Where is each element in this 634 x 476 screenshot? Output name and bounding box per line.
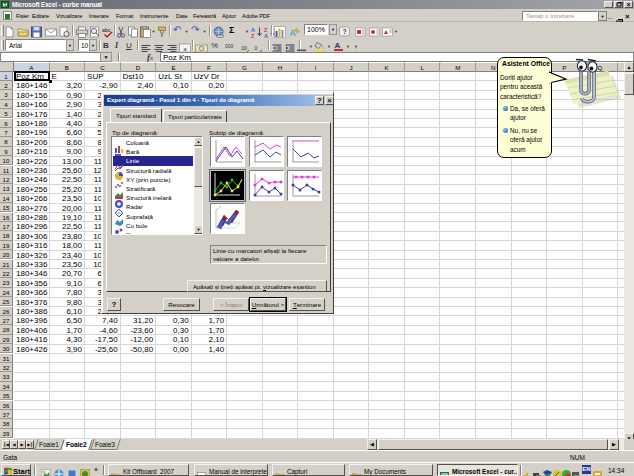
- svg-text:abc: abc: [102, 26, 111, 32]
- svg-text:,00: ,00: [240, 45, 247, 51]
- svg-text:A: A: [335, 41, 341, 50]
- svg-text:A: A: [264, 32, 268, 38]
- svg-text:A: A: [290, 27, 296, 37]
- svg-text:Z: Z: [251, 32, 255, 38]
- svg-text:?: ?: [343, 28, 347, 35]
- svg-text:,0: ,0: [253, 45, 257, 51]
- svg-text:W: W: [198, 472, 206, 476]
